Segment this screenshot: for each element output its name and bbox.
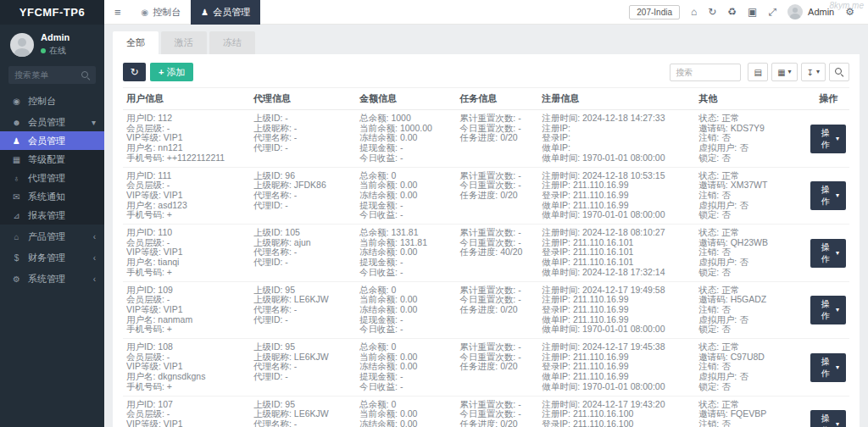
field-value: LE6KJW (294, 352, 329, 362)
field-value: - (285, 372, 288, 381)
sidebar-item-system[interactable]: ⚙系统管理‹ (0, 269, 104, 288)
field-label: 用户ID: (126, 342, 158, 352)
field-line: 邀请码: C97U8D (698, 352, 804, 363)
field-value: tianqi (158, 258, 179, 267)
columns-icon-button[interactable]: ▦▾ (771, 63, 797, 81)
search-icon-button[interactable] (829, 63, 849, 81)
refresh-icon[interactable]: ↻ (708, 7, 716, 17)
field-label: 状态: (698, 286, 721, 295)
row-action-button[interactable]: 操作▾ (810, 181, 846, 210)
sidebar-item-member[interactable]: ♟会员管理 (0, 131, 104, 150)
field-label: 用户ID: (126, 400, 158, 409)
row-action-label: 操作 (817, 298, 833, 322)
dashboard-icon: ◉ (142, 8, 149, 17)
refresh-button[interactable] (123, 63, 146, 81)
caret-down-icon: ▾ (836, 250, 839, 257)
user-info-cell: 用户ID: 110会员层级: -VIP等级: VIP1用户名: tianqi手机… (123, 225, 250, 282)
table-search-input[interactable] (670, 64, 741, 81)
sidebar-item-report[interactable]: ⊿报表管理 (0, 206, 104, 225)
top-tab-console[interactable]: ◉控制台 (131, 0, 192, 25)
avatar (10, 33, 34, 57)
field-line: 用户ID: 107 (126, 400, 247, 410)
sidebar-item-notice[interactable]: ✉系统通知 (0, 187, 104, 206)
sidebar-item-level-config[interactable]: ▦等级配置 (0, 150, 104, 169)
field-label: 邀请码: (698, 295, 730, 304)
field-value: 0/20 (500, 362, 517, 371)
line-select-button[interactable]: 207-India (629, 5, 680, 19)
sidebar-item-finance[interactable]: $财务管理‹ (0, 248, 104, 267)
user-info-cell: 用户ID: 109会员层级: -VIP等级: VIP1用户名: nanmam手机… (123, 281, 250, 339)
sitemap-icon: ♁ (11, 174, 22, 183)
field-line: 状态: 正常 (698, 114, 804, 124)
field-line: 做单时间: 1970-01-01 08:00:00 (542, 153, 692, 164)
field-line: 总余额: 0 (359, 342, 453, 352)
top-tab-member[interactable]: ♟会员管理 (191, 0, 260, 25)
row-action-button[interactable]: 操作▾ (810, 296, 846, 324)
status-tab-active[interactable]: 激活 (161, 31, 207, 54)
admin-menu[interactable]: Admin (787, 4, 834, 19)
field-line: 上级昵称: LE6KJW (253, 295, 353, 305)
trash-icon[interactable]: ♻ (727, 7, 737, 17)
clipboard-icon[interactable]: ▣ (748, 7, 757, 17)
field-label: 注册时间: (542, 114, 582, 123)
field-label: 登录IP: (542, 247, 573, 257)
field-label: 当前余额: (359, 295, 400, 304)
home-icon[interactable]: ⌂ (691, 7, 697, 17)
sidebar-search-input[interactable] (14, 70, 81, 80)
caret-down-icon: ▾ (836, 307, 839, 313)
row-action-button[interactable]: 操作▾ (810, 239, 846, 268)
field-line: 状态: 正常 (698, 400, 804, 410)
register-info-cell: 注册时间: 2024-12-18 08:10:27注册IP: 211.110.1… (538, 225, 695, 282)
field-line: 锁定: 否 (698, 268, 804, 278)
sidebar-item-member-group[interactable]: ☻会员管理▾ (0, 113, 104, 131)
sidebar-item-agent[interactable]: ♁代理管理 (0, 169, 104, 187)
register-info-cell: 注册时间: 2024-12-17 19:43:20注册IP: 211.110.1… (538, 396, 695, 427)
field-value: 0.00 (400, 419, 417, 427)
task-info-cell: 累计重置次数: -今日重置次数: -任务进度: 40/20 (456, 225, 538, 282)
field-label: 今日重置次数: (459, 295, 518, 304)
field-line: 注册IP: 211.110.16.99 (542, 295, 692, 305)
field-label: 任务进度: (459, 362, 500, 371)
main-content: 全部激活冻结 添加 ▤▦▾↧▾ 用户信息代理信息金额信息任务信息注册信息其他操作… (104, 25, 868, 427)
field-value: - (518, 286, 521, 295)
field-value: 211.110.16.99 (573, 295, 629, 304)
field-line: 注册时间: 2024-12-18 14:27:33 (542, 114, 692, 124)
export-icon-button[interactable]: ↧▾ (801, 63, 826, 81)
field-label: 今日收益: (359, 153, 400, 163)
row-action-button[interactable]: 操作▾ (810, 125, 846, 153)
column-header-amount-info: 金额信息 (356, 88, 456, 110)
field-value: 2024-12-18 10:53:15 (582, 171, 665, 180)
chevron-left-icon: ‹ (93, 253, 96, 263)
column-header-register-info: 注册信息 (538, 88, 695, 110)
row-action-button[interactable]: 操作▾ (810, 353, 846, 382)
field-label: 任务进度: (459, 191, 500, 200)
field-label: 做单IP: (542, 143, 570, 152)
fullscreen-icon[interactable]: ⤢ (768, 7, 776, 17)
field-value: 正常 (721, 171, 739, 180)
field-line: 今日收益: - (359, 324, 453, 335)
list-view-icon-button[interactable]: ▤ (748, 63, 768, 81)
sidebar-item-console[interactable]: ◉控制台 (0, 92, 104, 110)
field-value: 95 (285, 400, 295, 409)
field-value: 0.00 (400, 305, 417, 314)
field-line: 提现金额: - (359, 372, 453, 382)
field-line: VIP等级: VIP1 (126, 305, 247, 315)
field-line: 手机号码: + (126, 382, 247, 392)
row-action-button[interactable]: 操作▾ (810, 410, 846, 427)
amount-info-cell: 总余额: 1000当前余额: 1000.00冻结余额: 0.00提现金额: -今… (356, 110, 456, 168)
field-line: 注销: 否 (698, 362, 804, 372)
hamburger-icon[interactable] (104, 6, 131, 19)
field-line: 累计重置次数: - (459, 228, 535, 238)
field-value: - (400, 268, 403, 277)
field-value: - (167, 409, 170, 419)
status-tab-all[interactable]: 全部 (113, 31, 159, 54)
field-line: 用户名: nn121 (126, 143, 247, 153)
add-button[interactable]: 添加 (150, 63, 193, 81)
member-table-card: 添加 ▤▦▾↧▾ 用户信息代理信息金额信息任务信息注册信息其他操作 用户ID: … (113, 54, 860, 427)
chevron-left-icon: ‹ (93, 274, 96, 284)
sidebar-item-product[interactable]: ⌂产品管理‹ (0, 227, 104, 246)
task-info-cell: 累计重置次数: -今日重置次数: -任务进度: 0/20 (456, 110, 538, 168)
status-tab-frozen[interactable]: 冻结 (209, 31, 255, 54)
field-value: 0.00 (400, 409, 417, 419)
sidebar-user-name: Admin (41, 32, 70, 42)
